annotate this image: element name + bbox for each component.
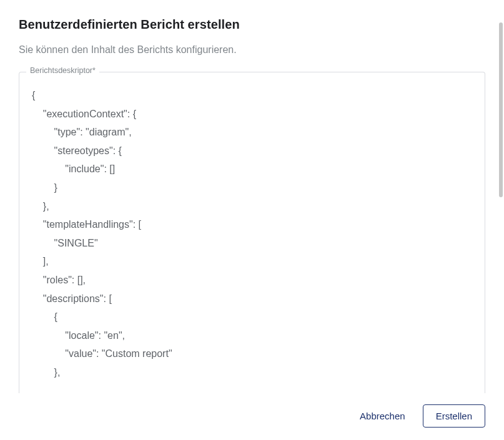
dialog-scrollbar[interactable]	[499, 22, 503, 197]
dialog-subtitle: Sie können den Inhalt des Berichts konfi…	[19, 44, 485, 56]
dialog-title: Benutzerdefinierten Bericht erstellen	[19, 17, 485, 32]
create-custom-report-dialog: Benutzerdefinierten Bericht erstellen Si…	[0, 0, 504, 440]
report-descriptor-label: Berichtsdeskriptor*	[26, 66, 99, 75]
create-button[interactable]: Erstellen	[423, 404, 485, 428]
report-descriptor-input[interactable]	[19, 72, 485, 393]
dialog-actions: Abbrechen Erstellen	[19, 393, 485, 428]
cancel-button[interactable]: Abbrechen	[353, 406, 412, 426]
report-descriptor-field: Berichtsdeskriptor*	[19, 72, 485, 393]
